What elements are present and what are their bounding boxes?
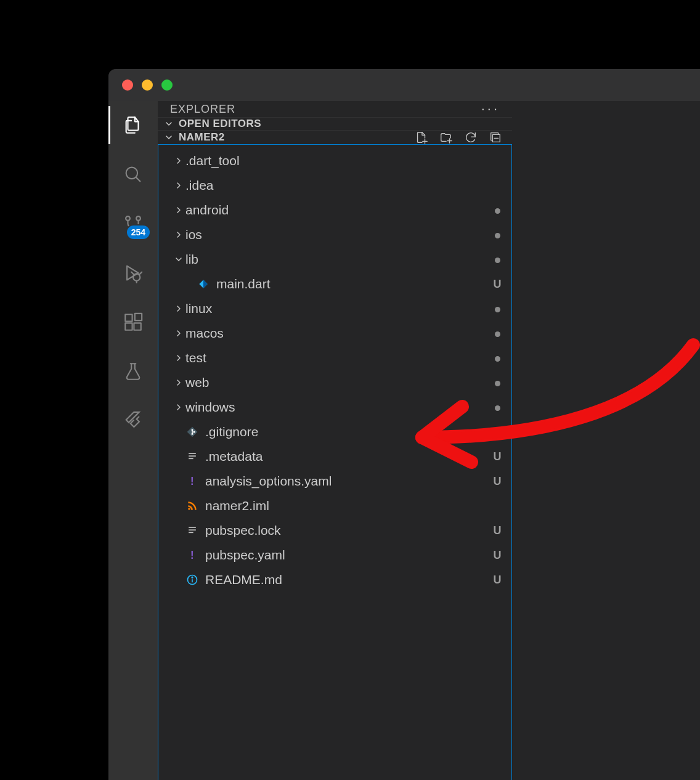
activity-explorer[interactable] — [123, 115, 144, 136]
chevron-right-icon — [172, 304, 185, 314]
tree-folder[interactable]: .idea — [158, 173, 511, 198]
git-status: U — [492, 426, 503, 439]
git-status: U — [492, 574, 503, 587]
chevron-down-icon — [163, 131, 175, 144]
tree-item-label: main.dart — [216, 277, 492, 291]
tree-file[interactable]: .gitignoreU — [158, 420, 511, 444]
source-control-badge: 254 — [126, 224, 151, 240]
git-status — [492, 327, 503, 340]
git-file-icon — [185, 425, 199, 439]
beaker-icon — [123, 361, 144, 382]
tree-item-label: web — [185, 375, 492, 390]
tree-file[interactable]: namer2.iml — [158, 494, 511, 518]
flutter-icon — [123, 410, 144, 431]
activity-bar: 254 — [108, 101, 158, 780]
files-icon — [123, 115, 144, 136]
svg-point-33 — [192, 577, 193, 578]
git-status — [492, 204, 503, 217]
new-file-icon[interactable] — [415, 131, 428, 144]
tree-item-label: .idea — [185, 178, 492, 193]
window-minimize-button[interactable] — [142, 79, 153, 91]
activity-source-control[interactable]: 254 — [123, 213, 144, 234]
svg-text:!: ! — [190, 475, 194, 487]
svg-line-6 — [131, 272, 134, 275]
tree-item-label: macos — [185, 326, 492, 341]
tree-item-label: windows — [185, 400, 492, 415]
svg-rect-9 — [125, 314, 132, 321]
window-zoom-button[interactable] — [161, 79, 173, 91]
tree-folder[interactable]: android — [158, 198, 511, 222]
activity-run-debug[interactable] — [123, 262, 144, 283]
tree-folder[interactable]: windows — [158, 395, 511, 420]
tree-item-label: ios — [185, 227, 492, 242]
explorer-header: EXPLORER ··· — [158, 101, 512, 117]
chevron-right-icon — [172, 181, 185, 190]
explorer-title: EXPLORER — [170, 103, 235, 116]
tree-item-label: pubspec.lock — [205, 523, 492, 538]
window-close-button[interactable] — [122, 79, 133, 91]
git-status — [492, 229, 503, 242]
new-folder-icon[interactable] — [439, 131, 453, 144]
svg-point-26 — [188, 508, 190, 510]
editor-body: 254 EXPLORER ··· — [108, 101, 700, 780]
tree-folder[interactable]: macos — [158, 321, 511, 346]
open-editors-section[interactable]: OPEN EDITORS — [158, 117, 512, 130]
activity-flutter[interactable] — [123, 410, 144, 431]
tree-item-label: namer2.iml — [205, 498, 492, 513]
tree-folder[interactable]: linux — [158, 296, 511, 321]
dart-file-icon — [197, 277, 210, 291]
file-tree: .dart_tool.ideaandroidioslibmain.dartUli… — [158, 144, 512, 780]
svg-rect-12 — [135, 314, 142, 320]
tree-item-label: README.md — [205, 572, 492, 587]
git-status: U — [492, 278, 503, 291]
tree-folder[interactable]: .dart_tool — [158, 148, 511, 173]
tree-item-label: .dart_tool — [185, 153, 492, 168]
tree-file[interactable]: !pubspec.yamlU — [158, 543, 511, 567]
extensions-icon — [123, 312, 144, 333]
tree-folder[interactable]: test — [158, 346, 511, 370]
chevron-right-icon — [172, 378, 185, 388]
activity-testing[interactable] — [123, 361, 144, 382]
svg-line-7 — [139, 272, 142, 275]
git-status: U — [492, 475, 503, 488]
chevron-right-icon — [172, 230, 185, 240]
tree-item-label: lib — [185, 252, 492, 267]
tree-folder[interactable]: lib — [158, 247, 511, 272]
tree-folder[interactable]: web — [158, 370, 511, 395]
svg-rect-10 — [125, 323, 132, 330]
tree-item-label: .gitignore — [205, 425, 492, 439]
tree-file[interactable]: .metadataU — [158, 444, 511, 469]
exclaim-file-icon: ! — [185, 474, 199, 488]
svg-text:!: ! — [190, 549, 194, 561]
collapse-all-icon[interactable] — [489, 131, 502, 144]
git-status — [492, 303, 503, 315]
tree-file[interactable]: main.dartU — [158, 272, 511, 296]
tree-file[interactable]: !analysis_options.yamlU — [158, 469, 511, 494]
refresh-icon[interactable] — [464, 131, 478, 144]
tree-item-label: .metadata — [205, 449, 492, 464]
project-section[interactable]: NAMER2 — [158, 130, 512, 144]
activity-search[interactable] — [123, 164, 144, 185]
git-status — [492, 352, 503, 365]
vscode-window: 254 EXPLORER ··· — [108, 69, 700, 780]
search-icon — [123, 164, 144, 185]
git-status — [492, 401, 503, 414]
explorer-more-button[interactable]: ··· — [481, 101, 500, 117]
window-titlebar[interactable] — [108, 69, 700, 101]
tree-folder[interactable]: ios — [158, 222, 511, 247]
tree-item-label: pubspec.yaml — [205, 548, 492, 563]
tree-file[interactable]: pubspec.lockU — [158, 518, 511, 543]
tree-item-label: android — [185, 203, 492, 217]
chevron-right-icon — [172, 156, 185, 166]
git-status: U — [492, 450, 503, 463]
lines-file-icon — [185, 450, 199, 463]
tree-file[interactable]: README.mdU — [158, 567, 511, 592]
tree-item-label: test — [185, 351, 492, 365]
feed-file-icon — [185, 499, 199, 513]
tree-item-label: analysis_options.yaml — [205, 474, 492, 489]
svg-line-1 — [136, 177, 140, 182]
activity-extensions[interactable] — [123, 312, 144, 333]
info-file-icon — [185, 573, 199, 587]
git-status: U — [492, 524, 503, 537]
git-status — [492, 253, 503, 266]
